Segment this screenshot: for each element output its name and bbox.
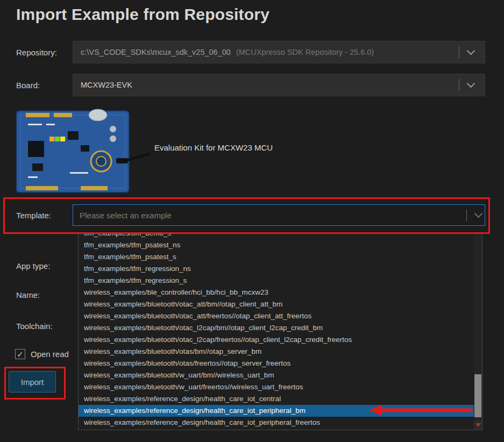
open-readme-label: Open read <box>31 350 69 359</box>
toolchain-label: Toolchain: <box>16 322 53 331</box>
example-option[interactable]: wireless_examples/bluetooth/otac_att/bm/… <box>79 298 474 310</box>
example-option[interactable]: tfm_examples/tfm_regression_ns <box>79 263 474 275</box>
select-divider <box>466 209 467 221</box>
repository-row: Repository: c:\VS_CODE_SDKs\mcux_sdk_v25… <box>16 41 485 63</box>
repository-value: c:\VS_CODE_SDKs\mcux_sdk_v25_06_00 <box>81 48 231 56</box>
example-option[interactable]: wireless_examples/ble_controller/hci_bb/… <box>79 287 474 298</box>
select-divider <box>459 46 459 58</box>
example-dropdown-list[interactable]: tfm_examples/tfm_demo_stfm_examples/tfm_… <box>78 233 482 430</box>
select-divider <box>459 79 459 91</box>
app-type-label: App type: <box>16 261 50 270</box>
example-option[interactable]: tfm_examples/tfm_psatest_ns <box>79 239 474 251</box>
board-caption: Evaluation Kit for MCXW23 MCU <box>154 143 273 152</box>
example-options: tfm_examples/tfm_demo_stfm_examples/tfm_… <box>79 233 474 429</box>
template-label: Template: <box>16 211 73 220</box>
example-option[interactable]: wireless_examples/bluetooth/w_uart/bm//w… <box>79 369 474 381</box>
board-select[interactable]: MCXW23-EVK <box>73 74 485 96</box>
board-label: Board: <box>16 81 73 90</box>
chevron-down-icon[interactable] <box>467 47 475 55</box>
scroll-down-button[interactable] <box>474 420 482 430</box>
chevron-down-icon[interactable] <box>474 210 483 218</box>
repository-label: Repository: <box>16 48 73 57</box>
example-option[interactable]: tfm_examples/tfm_psatest_s <box>79 251 474 263</box>
example-option[interactable]: tfm_examples/tfm_demo_s <box>79 233 474 239</box>
example-option[interactable]: wireless_examples/bluetooth/otac_att/fre… <box>79 310 474 322</box>
example-option[interactable]: wireless_examples/reference_design/healt… <box>79 405 474 417</box>
example-option[interactable]: wireless_examples/bluetooth/otas/bm//ota… <box>79 346 474 358</box>
example-option[interactable]: wireless_examples/bluetooth/otas/freerto… <box>79 358 474 369</box>
chevron-down-icon[interactable] <box>467 80 475 88</box>
example-option[interactable]: wireless_examples/bluetooth/otac_l2cap/f… <box>79 334 474 346</box>
repository-select[interactable]: c:\VS_CODE_SDKs\mcux_sdk_v25_06_00 (MCUX… <box>73 41 485 63</box>
scrollbar[interactable] <box>474 233 482 430</box>
template-input[interactable] <box>73 211 466 220</box>
template-row: Template: <box>16 204 485 226</box>
import-example-dialog: Import Example from Repository Repositor… <box>0 0 504 442</box>
example-option[interactable]: tfm_examples/tfm_regression_s <box>79 275 474 287</box>
down-arrow-icon <box>475 423 481 427</box>
repository-info: (MCUXpresso SDK Repository - 25.6.0) <box>236 48 374 56</box>
open-readme-row: ✓ Open read <box>15 349 69 359</box>
example-option[interactable]: wireless_examples/bluetooth/otac_l2cap/b… <box>79 322 474 334</box>
template-combobox[interactable] <box>73 204 485 226</box>
name-label: Name: <box>16 290 40 300</box>
board-row: Board: MCXW23-EVK <box>16 74 485 96</box>
dialog-title: Import Example from Repository <box>16 5 269 24</box>
scrollbar-thumb[interactable] <box>474 374 481 417</box>
board-image <box>16 108 151 195</box>
open-readme-checkbox[interactable]: ✓ <box>15 349 25 359</box>
board-value: MCXW23-EVK <box>81 81 132 89</box>
import-button[interactable]: Import <box>9 371 56 393</box>
example-option[interactable]: wireless_examples/reference_design/healt… <box>79 417 474 429</box>
example-option[interactable]: wireless_examples/bluetooth/w_uart/freer… <box>79 381 474 393</box>
example-option[interactable]: wireless_examples/reference_design/healt… <box>79 393 474 405</box>
